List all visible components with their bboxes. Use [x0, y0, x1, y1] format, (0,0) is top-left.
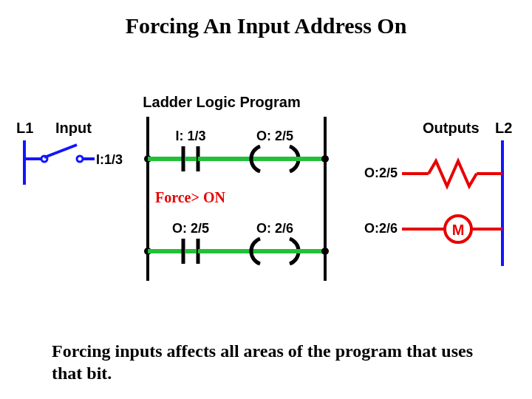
out2-addr: O:2/6 — [364, 221, 398, 236]
l2-label: L2 — [495, 120, 512, 136]
rung1-coil-addr: O: 2/5 — [256, 129, 293, 143]
outputs-label: Outputs — [423, 120, 480, 136]
svg-point-8 — [321, 155, 329, 163]
output-2: O:2/6 M — [364, 216, 502, 242]
pb-actuator — [44, 145, 77, 157]
rung-1: I: 1/3 O: 2/5 — [144, 129, 329, 171]
motor-letter: M — [452, 222, 465, 238]
rung2-coil-addr: O: 2/6 — [256, 221, 293, 236]
input-address: I:1/3 — [96, 152, 123, 167]
l1-label: L1 — [16, 120, 33, 136]
svg-point-17 — [321, 248, 329, 255]
ladder-title: Ladder Logic Program — [143, 94, 300, 110]
rung-2: O: 2/5 O: 2/6 — [144, 221, 329, 264]
diagram: L1 Input I:1/3 Ladder Logic Program I: 1… — [0, 0, 532, 399]
rung2-contact-addr: O: 2/5 — [172, 221, 209, 236]
input-label: Input — [55, 120, 92, 136]
pb-terminal-right — [77, 156, 83, 162]
heater-icon — [429, 161, 477, 186]
output-1: O:2/5 — [364, 161, 502, 186]
rung1-contact-addr: I: 1/3 — [175, 129, 205, 143]
out1-addr: O:2/5 — [364, 166, 398, 180]
